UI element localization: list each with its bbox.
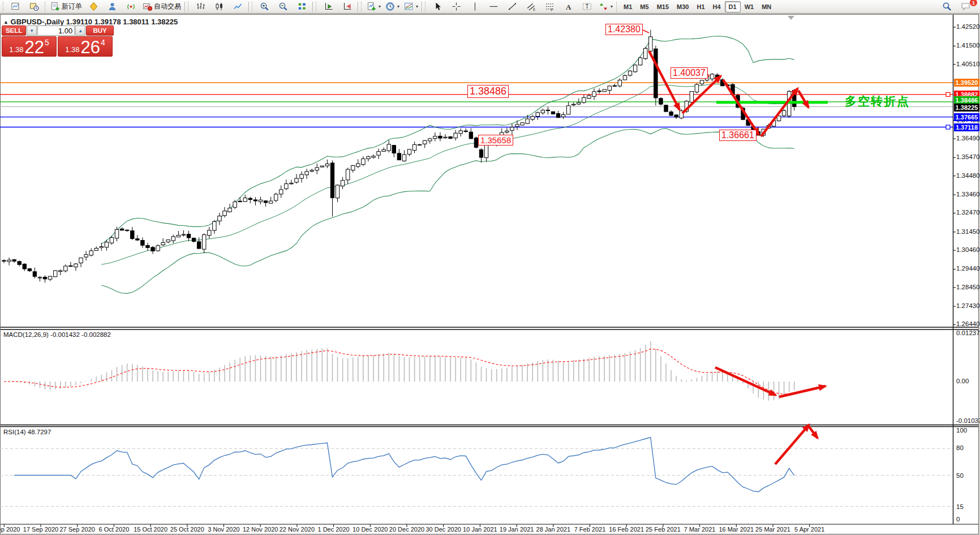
turning-point-label[interactable]: 多空转折点: [845, 93, 910, 109]
profiles-button[interactable]: [25, 0, 44, 13]
auto-trading-button[interactable]: 自动交易: [140, 0, 183, 13]
timeframe-h4-button[interactable]: H4: [709, 1, 725, 12]
candle-body: [433, 136, 437, 139]
timeframe-d1-button[interactable]: D1: [725, 1, 741, 12]
candle-body: [151, 247, 154, 251]
sell-price[interactable]: 1.38 22 5: [2, 36, 57, 57]
trendline-button[interactable]: [503, 0, 522, 13]
candle-body: [592, 92, 596, 97]
buy-price[interactable]: 1.38 26 4: [58, 36, 113, 57]
candle-body: [315, 168, 319, 170]
zoom-out-button[interactable]: [274, 0, 293, 13]
buy-button[interactable]: BUY: [86, 25, 114, 36]
text-button[interactable]: A: [559, 0, 578, 13]
analysis-arrow[interactable]: [649, 51, 680, 110]
analysis-arrow[interactable]: [798, 91, 809, 108]
chart-quotes: 1.39110 1.39178 1.38011 1.38225: [66, 18, 178, 26]
periods-button[interactable]: ▾: [383, 0, 402, 13]
date-label: 10 Dec 2020: [353, 526, 388, 533]
zoom-in-button[interactable]: [255, 0, 274, 13]
price-annotation-1.36661[interactable]: 1.36661: [719, 130, 757, 141]
analysis-arrow[interactable]: [775, 425, 809, 464]
sell-button[interactable]: SELL: [2, 25, 26, 36]
fibonacci-button[interactable]: F: [540, 0, 559, 13]
text-label-button[interactable]: T: [578, 0, 596, 13]
vertical-line-button[interactable]: [466, 0, 484, 13]
signals-button[interactable]: [122, 0, 140, 13]
macd-label: MACD(12,26,9) -0.001432 -0.002882: [3, 331, 111, 338]
cursor-button[interactable]: [428, 0, 447, 13]
line-chart-button[interactable]: [229, 0, 247, 13]
dropdown-caret-icon: ▾: [379, 4, 381, 9]
horizontal-line-button[interactable]: [484, 0, 503, 13]
date-label: 19 Jan 2021: [500, 526, 534, 533]
date-label: 28 Jan 2021: [536, 526, 571, 533]
search-button[interactable]: [938, 0, 956, 13]
chart-shift-button[interactable]: [338, 0, 356, 13]
volume-input[interactable]: [37, 25, 75, 36]
price-annotation-1.35658[interactable]: 1.35658: [478, 135, 513, 145]
candle-body: [654, 49, 657, 98]
line-handle[interactable]: [946, 125, 950, 129]
date-label: 3 Nov 2020: [208, 526, 239, 533]
tile-windows-button[interactable]: [293, 0, 311, 13]
arrows-shapes-button[interactable]: ▾: [596, 0, 615, 13]
candle-body: [515, 125, 519, 127]
equidistant-channel-button[interactable]: E: [522, 0, 540, 13]
candle-body: [710, 74, 713, 79]
timeframe-h1-button[interactable]: H1: [693, 1, 708, 12]
toolbar-grip: [252, 2, 254, 12]
rsi-axis-label: 15: [956, 503, 964, 510]
analysis-arrow[interactable]: [715, 367, 776, 395]
timeframe-mn-button[interactable]: MN: [758, 1, 775, 12]
candle-body: [336, 185, 339, 198]
candle-body: [120, 229, 123, 230]
chart-shift-marker[interactable]: [788, 16, 794, 20]
market-watch-button[interactable]: [84, 0, 103, 13]
candle-body: [238, 201, 242, 202]
auto-scroll-button[interactable]: [319, 0, 338, 13]
community-button[interactable]: [103, 0, 122, 13]
timeframe-m30-button[interactable]: M30: [673, 1, 693, 12]
buy-price-big: 26: [81, 40, 100, 55]
line-handle[interactable]: [946, 92, 950, 96]
timeframe-w1-button[interactable]: W1: [741, 1, 758, 12]
new-order-button[interactable]: 新订单: [48, 0, 84, 13]
collapse-icon[interactable]: ▲: [3, 19, 8, 25]
candle-body: [700, 80, 703, 84]
analysis-arrow[interactable]: [809, 427, 818, 438]
candle-body: [372, 156, 375, 157]
timeframe-m5-button[interactable]: M5: [636, 1, 652, 12]
chart-symbol: GBPUSD-,Daily: [11, 18, 65, 26]
chart-canvas[interactable]: [0, 0, 980, 535]
bars-chart-button[interactable]: [191, 0, 210, 13]
rsi-label: RSI(14) 48.7297: [3, 429, 51, 435]
price-annotation-1.40037[interactable]: 1.40037: [670, 67, 708, 79]
candle-body: [320, 166, 324, 167]
analysis-arrow[interactable]: [723, 80, 759, 135]
candle-body: [161, 243, 165, 245]
candle-body: [64, 266, 67, 271]
trend-arrows[interactable]: [649, 51, 826, 464]
price-annotation-1.42380[interactable]: 1.42380: [605, 24, 643, 35]
crosshair-button[interactable]: [447, 0, 466, 13]
dropdown-caret-icon: ▾: [611, 4, 613, 9]
candle-body: [285, 184, 288, 189]
timeframe-m1-button[interactable]: M1: [620, 1, 636, 12]
candles-chart-button[interactable]: [210, 0, 229, 13]
candle-body: [572, 104, 575, 105]
timeframe-m15-button[interactable]: M15: [653, 1, 673, 12]
sell-price-small: 1.38: [9, 45, 23, 54]
new-chart-button[interactable]: [6, 0, 25, 13]
indicators-list-button[interactable]: ▾: [364, 0, 383, 13]
analysis-arrow[interactable]: [779, 386, 826, 397]
horizontal-line-icon: [489, 2, 498, 11]
price-annotation-1.38486[interactable]: 1.38486: [467, 85, 509, 98]
volume-up-button[interactable]: ▲: [75, 25, 85, 36]
toolbar-grip: [361, 2, 363, 12]
candle-body: [166, 240, 170, 242]
analysis-arrow[interactable]: [761, 88, 798, 136]
templates-button[interactable]: ▾: [402, 0, 420, 13]
volume-down-button[interactable]: ▼: [27, 25, 37, 36]
chat-button[interactable]: 1: [956, 0, 975, 13]
